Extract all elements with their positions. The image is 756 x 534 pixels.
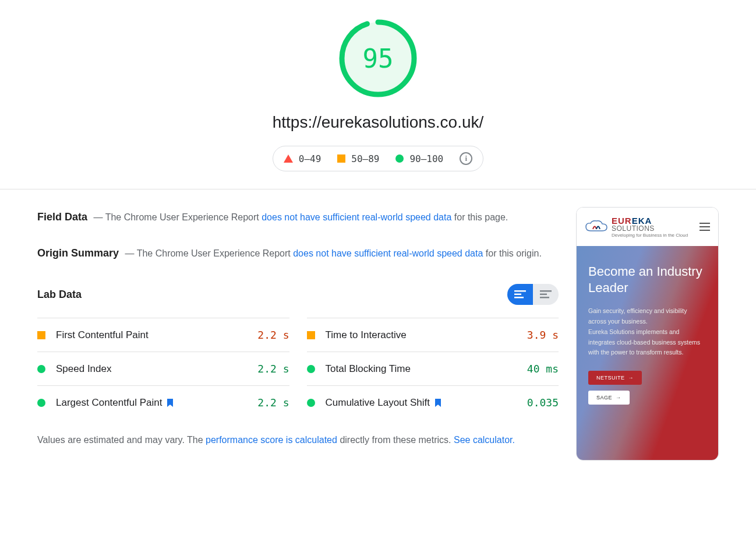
metrics-col-left: First Contentful Paint2.2 sSpeed Index2.… [37,318,289,419]
view-toggle [507,284,559,305]
metric-row[interactable]: Speed Index2.2 s [37,352,289,385]
view-toggle-compact-button[interactable] [507,284,533,305]
svg-rect-3 [514,294,521,296]
legend-average: 50–89 [337,153,379,164]
legend-pass-label: 90–100 [409,153,443,164]
circle-green-icon [37,365,45,373]
square-orange-icon [337,154,345,163]
score-section: 95 https://eurekasolutions.co.uk/ 0–49 5… [0,0,756,189]
svg-rect-5 [540,290,552,292]
metric-name: Speed Index [56,363,257,375]
metrics-col-right: Time to Interactive3.9 sTotal Blocking T… [307,318,559,419]
align-left-dim-icon [540,290,552,298]
align-left-icon [514,290,526,298]
metric-name: Cumulative Layout Shift [326,397,527,409]
view-toggle-expanded-button[interactable] [533,284,559,305]
svg-rect-7 [540,297,549,298]
lab-data-heading: Lab Data [37,289,82,301]
circle-green-icon [307,399,315,407]
thumb-header: EUREKA SOLUTIONS Developing for Business… [577,208,718,246]
metric-value: 40 ms [527,363,559,375]
bookmark-icon [167,399,174,407]
legend-fail-label: 0–49 [299,153,322,164]
legend-average-label: 50–89 [351,153,379,164]
circle-green-icon [395,154,404,163]
field-data-link[interactable]: does not have sufficient real-world spee… [262,212,451,222]
lab-disclaimer: Values are estimated and may vary. The p… [37,432,559,448]
hamburger-icon [700,223,710,231]
square-orange-icon [307,331,315,339]
metric-value: 0.035 [527,396,559,409]
metric-row[interactable]: First Contentful Paint2.2 s [37,318,289,352]
thumb-logo: EUREKA SOLUTIONS Developing for Business… [585,216,694,238]
metric-name: Total Blocking Time [326,363,527,375]
svg-rect-6 [540,294,547,296]
triangle-red-icon [284,154,293,163]
metrics-grid: First Contentful Paint2.2 sSpeed Index2.… [37,318,559,419]
legend-fail: 0–49 [284,153,322,164]
cloud-logo-icon [585,219,608,234]
thumb-hero-title: Become an Industry Leader [588,264,706,296]
metric-name: Largest Contentful Paint [56,397,257,409]
square-orange-icon [37,331,45,339]
metric-value: 2.2 s [257,396,289,409]
thumb-netsuite-button: NETSUITE → [588,371,642,385]
thumb-sage-button: SAGE → [588,391,630,405]
origin-summary-heading: Origin Summary [37,247,119,259]
circle-green-icon [37,399,45,407]
circle-green-icon [307,365,315,373]
metric-value: 3.9 s [527,329,559,341]
metric-row[interactable]: Total Blocking Time40 ms [307,352,559,385]
score-legend: 0–49 50–89 90–100 i [273,146,484,171]
metric-value: 2.2 s [257,363,289,375]
bookmark-icon [434,399,441,407]
legend-pass: 90–100 [395,153,443,164]
score-value: 95 [337,17,419,99]
field-data-heading: Field Data [37,211,87,223]
origin-summary-link[interactable]: does not have sufficient real-world spee… [293,248,483,258]
score-calculated-link[interactable]: performance score is calculated [206,435,337,445]
svg-rect-2 [514,290,526,292]
field-data-section: Field Data — The Chrome User Experience … [37,207,559,227]
info-icon[interactable]: i [460,152,472,165]
arrow-right-icon: → [628,375,634,381]
origin-summary-section: Origin Summary — The Chrome User Experie… [37,243,559,263]
metric-row[interactable]: Time to Interactive3.9 s [307,318,559,352]
score-gauge: 95 [337,17,419,99]
metric-value: 2.2 s [257,329,289,341]
metric-name: Time to Interactive [326,329,527,341]
metric-name: First Contentful Paint [56,329,257,341]
arrow-right-icon: → [616,395,621,400]
see-calculator-link[interactable]: See calculator. [454,435,515,445]
page-screenshot-thumbnail: EUREKA SOLUTIONS Developing for Business… [576,207,719,461]
thumb-hero: Become an Industry Leader Gain security,… [577,246,718,460]
tested-url: https://eurekasolutions.co.uk/ [273,113,484,132]
metric-row[interactable]: Cumulative Layout Shift0.035 [307,385,559,419]
svg-rect-4 [514,297,524,298]
metric-row[interactable]: Largest Contentful Paint2.2 s [37,385,289,419]
thumb-hero-body: Gain security, efficiency and visibility… [588,306,706,358]
